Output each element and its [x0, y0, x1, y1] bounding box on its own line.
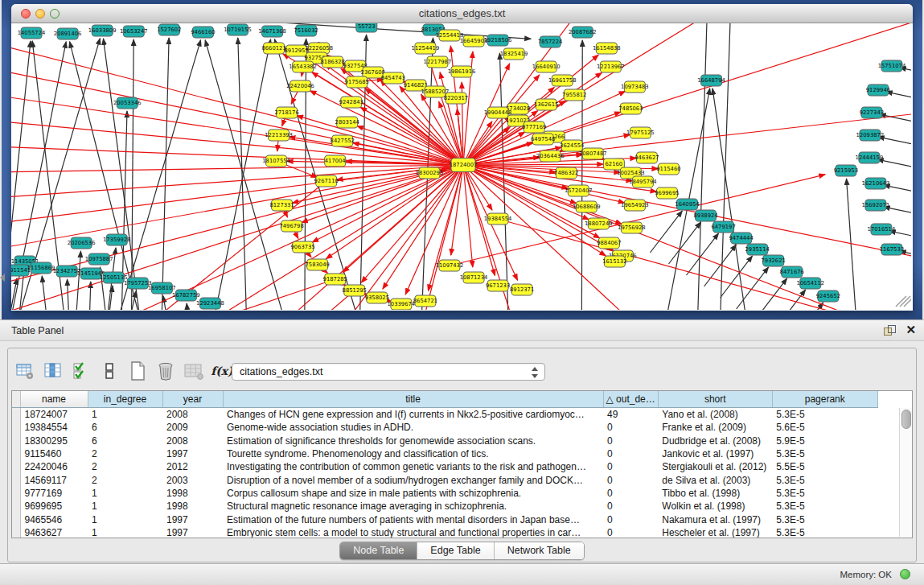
- function-builder-button[interactable]: f(x): [211, 360, 232, 381]
- table-cell[interactable]: 2012: [162, 460, 223, 473]
- row-height-button[interactable]: [99, 360, 120, 381]
- table-cell[interactable]: 1: [88, 526, 162, 538]
- tab-edge-table[interactable]: Edge Table: [417, 542, 493, 559]
- table-cell[interactable]: Structural magnetic resonance image aver…: [223, 500, 603, 513]
- table-row[interactable]: 1456911722003Disruption of a novel membe…: [12, 473, 877, 486]
- table-cell[interactable]: Hescheler et al. (1997): [658, 526, 772, 538]
- table-cell[interactable]: Tourette syndrome. Phenomenology and cla…: [223, 447, 603, 460]
- float-window-icon[interactable]: [884, 325, 895, 336]
- table-cell[interactable]: 5.6E-5: [772, 421, 877, 434]
- table-cell[interactable]: 5.3E-5: [772, 487, 877, 500]
- table-cell[interactable]: de Silva et al. (2003): [658, 473, 772, 486]
- column-header-title[interactable]: title: [223, 391, 603, 408]
- table-cell[interactable]: 1: [88, 500, 162, 513]
- table-cell[interactable]: Nakamura et al. (1997): [658, 513, 772, 525]
- panel-collapse-arrow[interactable]: [0, 274, 5, 282]
- table-cell[interactable]: Corpus callosum shape and size in male p…: [223, 487, 603, 500]
- table-cell[interactable]: Embryonic stem cells: a model to study s…: [223, 526, 603, 538]
- create-column-button[interactable]: [127, 360, 148, 381]
- table-cell[interactable]: 5.3E-5: [772, 500, 877, 513]
- scrollbar-thumb[interactable]: [901, 410, 911, 429]
- close-panel-icon[interactable]: ✕: [906, 323, 916, 337]
- table-cell[interactable]: 18724007: [20, 408, 88, 422]
- table-cell[interactable]: 2009: [162, 421, 223, 434]
- table-row[interactable]: 1938455462009Genome-wide association stu…: [12, 421, 877, 434]
- table-row[interactable]: 911546021997Tourette syndrome. Phenomeno…: [12, 447, 877, 460]
- column-header-out_de[interactable]: △ out_de…: [603, 391, 658, 408]
- table-row[interactable]: 977716911998Corpus callosum shape and si…: [12, 487, 877, 500]
- table-cell[interactable]: 0: [603, 526, 658, 538]
- selection-mode-button[interactable]: [71, 360, 92, 381]
- table-cell[interactable]: Investigating the contribution of common…: [223, 460, 603, 473]
- table-row[interactable]: 1830029562008Estimation of significance …: [12, 435, 877, 447]
- table-cell[interactable]: Jankovic et al. (1997): [658, 447, 772, 460]
- table-cell[interactable]: Yano et al. (2008): [658, 408, 772, 422]
- table-row[interactable]: 2242004622012Investigating the contribut…: [12, 460, 877, 473]
- column-header-short[interactable]: short: [658, 391, 772, 408]
- table-cell[interactable]: 5.9E-5: [772, 435, 877, 447]
- table-cell[interactable]: 2003: [162, 473, 223, 486]
- table-cell[interactable]: 2: [88, 460, 162, 473]
- table-cell[interactable]: 1998: [162, 487, 223, 500]
- import-table-button[interactable]: [183, 360, 204, 381]
- table-cell[interactable]: Disruption of a novel member of a sodium…: [223, 473, 603, 486]
- table-row[interactable]: 946362711997Embryonic stem cells: a mode…: [12, 526, 877, 538]
- table-cell[interactable]: 2008: [162, 435, 223, 447]
- table-cell[interactable]: 5.3E-5: [772, 447, 877, 460]
- table-cell[interactable]: 1997: [162, 447, 223, 460]
- table-cell[interactable]: Genome-wide association studies in ADHD.: [223, 421, 603, 434]
- table-cell[interactable]: 0: [603, 435, 658, 447]
- table-cell[interactable]: Estimation of significance thresholds fo…: [223, 435, 603, 447]
- table-cell[interactable]: 0: [603, 487, 658, 500]
- table-cell[interactable]: 5.3E-5: [772, 513, 877, 525]
- table-cell[interactable]: 0: [603, 513, 658, 525]
- table-cell[interactable]: 0: [603, 447, 658, 460]
- table-cell[interactable]: 9463627: [20, 526, 88, 538]
- table-cell[interactable]: 5.3E-5: [772, 473, 877, 486]
- table-cell[interactable]: 6: [88, 435, 162, 447]
- table-cell[interactable]: 1: [88, 513, 162, 525]
- table-cell[interactable]: 0: [603, 460, 658, 473]
- table-cell[interactable]: 14569117: [20, 473, 88, 486]
- table-cell[interactable]: 1998: [162, 500, 223, 513]
- table-cell[interactable]: 1: [88, 408, 162, 422]
- table-cell[interactable]: 9465546: [20, 513, 88, 525]
- network-canvas[interactable]: 1405572420891406160338091065324715276029…: [11, 23, 911, 310]
- table-cell[interactable]: Changes of HCN gene expression and I(f) …: [223, 408, 603, 422]
- table-cell[interactable]: Tibbo et al. (1998): [658, 487, 772, 500]
- table-cell[interactable]: 2008: [162, 408, 223, 422]
- column-header-name[interactable]: name: [20, 391, 88, 408]
- table-cell[interactable]: Stergiakouli et al. (2012): [658, 460, 772, 473]
- table-cell[interactable]: 9777169: [20, 487, 88, 500]
- table-cell[interactable]: 19384554: [20, 421, 88, 434]
- table-cell[interactable]: 1997: [162, 526, 223, 538]
- table-settings-button[interactable]: [14, 360, 35, 381]
- column-header-in_degree[interactable]: in_degree: [88, 391, 162, 408]
- table-cell[interactable]: Dudbridge et al. (2008): [658, 435, 772, 447]
- table-cell[interactable]: 9699695: [20, 500, 88, 513]
- column-header-year[interactable]: year: [162, 391, 223, 408]
- table-cell[interactable]: 5.3E-5: [772, 526, 877, 538]
- table-cell[interactable]: 9115460: [20, 447, 88, 460]
- table-scrollbar[interactable]: [899, 408, 912, 537]
- table-cell[interactable]: 5.5E-5: [772, 460, 877, 473]
- table-row[interactable]: 1872400712008Changes of HCN gene express…: [12, 408, 877, 422]
- table-cell[interactable]: 0: [603, 421, 658, 434]
- table-cell[interactable]: 22420046: [20, 460, 88, 473]
- table-cell[interactable]: 0: [603, 500, 658, 513]
- table-source-select[interactable]: citations_edges.txt: [232, 363, 545, 381]
- table-row[interactable]: 969969511998Structural magnetic resonanc…: [12, 500, 877, 513]
- table-cell[interactable]: Franke et al. (2009): [658, 421, 772, 434]
- column-header-pagerank[interactable]: pagerank: [772, 391, 877, 408]
- show-columns-button[interactable]: [43, 360, 64, 381]
- table-cell[interactable]: 18300295: [20, 435, 88, 447]
- table-cell[interactable]: 1997: [162, 513, 223, 525]
- table-cell[interactable]: Estimation of the future numbers of pati…: [223, 513, 603, 525]
- memory-status-indicator[interactable]: [900, 569, 910, 579]
- delete-column-button[interactable]: [155, 360, 176, 381]
- tab-node-table[interactable]: Node Table: [340, 542, 417, 559]
- table-cell[interactable]: 0: [603, 473, 658, 486]
- table-cell[interactable]: Wolkin et al. (1998): [658, 500, 772, 513]
- tab-network-table[interactable]: Network Table: [494, 542, 584, 559]
- table-row[interactable]: 946554611997Estimation of the future num…: [12, 513, 877, 525]
